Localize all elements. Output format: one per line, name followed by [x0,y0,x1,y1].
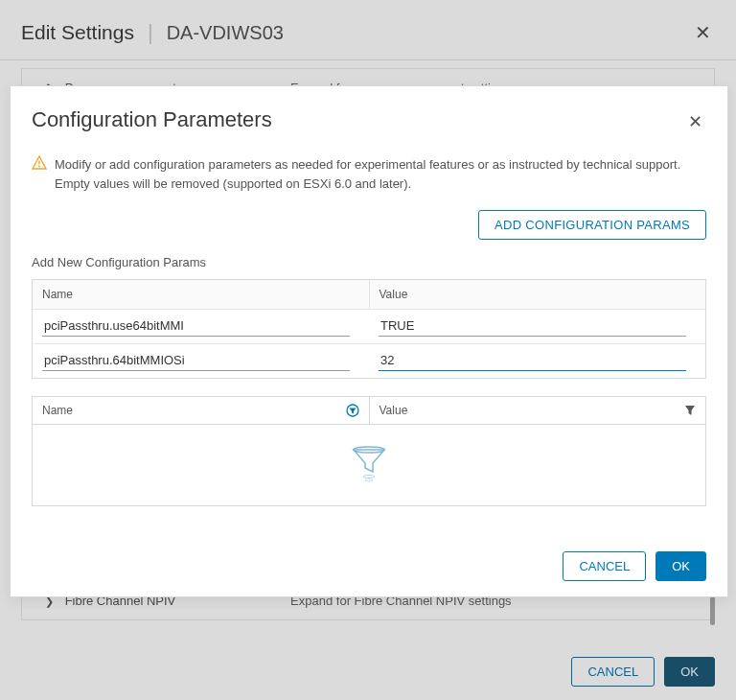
empty-state [33,425,705,505]
filter-header: Name Value [33,397,705,425]
add-configuration-params-button[interactable]: ADD CONFIGURATION PARAMS [478,210,706,240]
new-params-table: Name Value [32,279,706,379]
modal-title: Configuration Parameters [32,107,272,132]
filter-name-header[interactable]: Name [33,397,370,424]
name-column-header: Name [33,280,370,309]
section-label: Add New Configuration Params [32,255,706,269]
warning-text: Modify or add configuration parameters a… [55,155,706,193]
modal-header: Configuration Parameters ✕ [11,86,727,142]
svg-point-1 [38,166,40,168]
filter-name-label: Name [42,404,73,417]
filter-value-label: Value [380,404,408,417]
param-value-input[interactable] [379,351,686,371]
param-row [33,310,705,344]
param-row [33,344,705,378]
svg-point-5 [365,479,373,481]
ok-button[interactable]: OK [656,551,706,581]
value-column-header: Value [370,280,706,309]
params-table-header: Name Value [33,280,705,310]
cancel-button[interactable]: CANCEL [563,551,646,581]
param-name-input[interactable] [42,351,350,371]
warning-icon [32,155,47,193]
filter-icon[interactable] [346,404,359,417]
param-name-input[interactable] [42,316,350,337]
funnel-icon [350,445,388,486]
configuration-parameters-modal: Configuration Parameters ✕ Modify or add… [10,85,728,597]
existing-params-table: Name Value [32,396,706,506]
warning-message: Modify or add configuration parameters a… [32,155,706,193]
param-value-input[interactable] [379,316,686,337]
modal-footer: CANCEL OK [11,540,727,596]
modal-body: Modify or add configuration parameters a… [11,142,727,540]
close-icon[interactable]: ✕ [684,107,706,136]
filter-value-header[interactable]: Value [370,397,706,424]
svg-point-4 [363,475,375,478]
filter-icon[interactable] [684,405,696,416]
